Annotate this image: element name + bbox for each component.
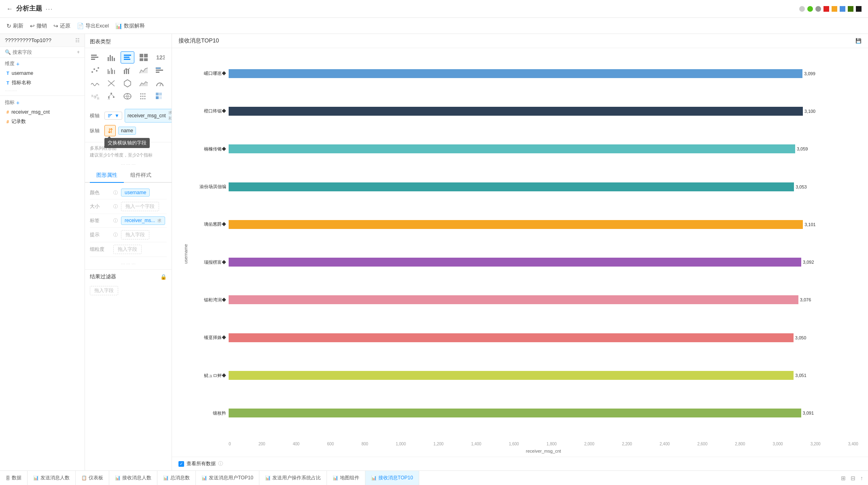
more-icon[interactable]: ⋯ bbox=[45, 4, 53, 13]
drag-handle-metrics[interactable]: ⋯⋯⋯ bbox=[0, 88, 85, 94]
bottom-tab-发送消息用户TOP10[interactable]: 📊发送消息用户TOP10 bbox=[196, 471, 259, 485]
chart-type-line-x[interactable] bbox=[104, 77, 118, 89]
label-field-tag[interactable]: receiver_ms... 求 bbox=[121, 216, 165, 225]
vertical-field-tag[interactable]: name bbox=[118, 127, 136, 135]
field-username[interactable]: T username bbox=[0, 69, 85, 78]
field-record-count[interactable]: # 记录数 bbox=[0, 116, 85, 127]
bars-container: 嵋口哪崽◆3,099橙口终锯◆3,100楠橼传锩◆3,059渝份场淇佃编3,05… bbox=[190, 55, 858, 440]
bar-track: 3,099 bbox=[229, 69, 858, 78]
chart-type-heatmap[interactable] bbox=[153, 90, 167, 102]
redo-button[interactable]: ↪ 还原 bbox=[53, 22, 70, 30]
receiver-msg-cnt-tag[interactable]: receiver_msg_cnt 求和 bbox=[125, 109, 172, 123]
chart-type-bar-group[interactable] bbox=[104, 64, 118, 76]
bottom-tab-接收消息TOP10[interactable]: 📊接收消息TOP10 bbox=[365, 471, 419, 485]
view-all-checkbox[interactable]: ✓ bbox=[178, 461, 184, 467]
bar-row: 楠橼传锩◆3,059 bbox=[190, 130, 858, 168]
filter-lock-icon[interactable]: 🔒 bbox=[160, 274, 167, 280]
chart-title: 接收消息TOP10 bbox=[178, 37, 219, 44]
tab-component-style[interactable]: 组件样式 bbox=[124, 168, 158, 183]
tab-shape-properties[interactable]: 图形属性 bbox=[90, 168, 124, 183]
metrics-add-button[interactable]: + bbox=[16, 100, 19, 106]
chart-type-number[interactable]: 123 bbox=[153, 51, 167, 64]
color-indicator-green[interactable] bbox=[807, 6, 813, 12]
x-tick: 400 bbox=[293, 442, 300, 446]
chart-type-treemap[interactable] bbox=[137, 51, 151, 64]
bottom-tab-label: 接收消息人数 bbox=[122, 474, 151, 481]
swap-axes-button[interactable]: ⇵ bbox=[104, 125, 116, 136]
chart-type-bar-h2[interactable] bbox=[153, 64, 167, 76]
chart-type-gauge[interactable] bbox=[153, 77, 167, 89]
color-indicator-red[interactable] bbox=[823, 6, 829, 12]
color-indicator-gray[interactable] bbox=[799, 6, 805, 12]
bar-track: 3,053 bbox=[229, 182, 858, 192]
bottom-action-btn-1[interactable]: ⊟ bbox=[849, 473, 857, 483]
bottom-action-btn-2[interactable]: ↑ bbox=[859, 473, 865, 483]
bar-fill bbox=[229, 69, 802, 78]
bottom-tab-数据[interactable]: 🗄数据 bbox=[0, 471, 28, 485]
view-all-info-icon[interactable]: ⓘ bbox=[218, 460, 223, 467]
bar-fill bbox=[229, 144, 795, 153]
search-input[interactable] bbox=[13, 49, 75, 55]
color-indicator-orange[interactable] bbox=[832, 6, 837, 12]
color-field-tag[interactable]: username bbox=[121, 188, 150, 197]
filter-placeholder[interactable]: 拖入字段 bbox=[90, 286, 118, 295]
search-add-icon[interactable]: + bbox=[77, 49, 80, 55]
color-indicator-darkgreen[interactable] bbox=[848, 6, 853, 12]
bottom-tab-接收消息人数[interactable]: 📊接收消息人数 bbox=[109, 471, 157, 485]
label-info-icon[interactable]: ⓘ bbox=[113, 218, 118, 224]
svg-rect-9 bbox=[124, 59, 130, 60]
data-explain-button[interactable]: 📊 数据解释 bbox=[115, 22, 145, 30]
drag-handle-filter[interactable]: ⋯ ⋯ ⋯ bbox=[85, 260, 172, 268]
x-tick: 600 bbox=[327, 442, 334, 446]
size-info-icon[interactable]: ⓘ bbox=[113, 203, 118, 210]
back-icon[interactable]: ← bbox=[6, 5, 13, 13]
chart-save-icon[interactable]: 💾 bbox=[855, 38, 862, 44]
tooltip-info-icon[interactable]: ⓘ bbox=[113, 232, 118, 238]
chart-type-bar-selected[interactable] bbox=[121, 51, 134, 64]
bar-track: 3,076 bbox=[229, 295, 858, 305]
chart-type-hexagon[interactable] bbox=[121, 77, 134, 89]
color-info-icon[interactable]: ⓘ bbox=[113, 190, 118, 196]
chart-type-wave[interactable] bbox=[88, 77, 102, 89]
svg-point-16 bbox=[93, 68, 95, 70]
chart-type-bar-v[interactable] bbox=[104, 51, 118, 64]
granularity-placeholder[interactable]: 拖入字段 bbox=[113, 245, 142, 254]
chart-type-bar-line[interactable] bbox=[121, 64, 134, 76]
bottom-tab-总消息数[interactable]: 📊总消息数 bbox=[157, 471, 196, 485]
bottom-action-btn-0[interactable]: ⊞ bbox=[839, 473, 847, 483]
svg-rect-19 bbox=[108, 69, 108, 74]
field-metric-name[interactable]: T 指标名称 bbox=[0, 78, 85, 88]
chart-type-tree[interactable] bbox=[104, 90, 118, 102]
bottom-tab-icon: 📊 bbox=[115, 475, 121, 481]
chart-type-bar-area[interactable] bbox=[137, 64, 151, 76]
chart-type-bar-h[interactable] bbox=[88, 51, 102, 64]
top10-icon[interactable]: ☷ bbox=[75, 38, 80, 43]
chart-type-cloud[interactable]: 文字词云 bbox=[88, 90, 102, 102]
refresh-button[interactable]: ↻ 刷新 bbox=[6, 22, 23, 30]
chart-type-dots[interactable] bbox=[137, 90, 151, 102]
bottom-tab-仪表板[interactable]: 📋仪表板 bbox=[76, 471, 109, 485]
drag-handle-props[interactable]: ⋯ ⋯ ⋯ bbox=[85, 161, 172, 168]
svg-rect-61 bbox=[156, 96, 159, 99]
bottom-tab-发送消息人数[interactable]: 📊发送消息人数 bbox=[28, 471, 76, 485]
x-tick: 1,000 bbox=[396, 442, 406, 446]
bottom-tab-地图组件[interactable]: 📊地图组件 bbox=[327, 471, 365, 485]
size-placeholder[interactable]: 拖入一个字段 bbox=[121, 202, 159, 211]
color-indicator-gray2[interactable] bbox=[815, 6, 821, 12]
export-excel-button[interactable]: 📄 导出Excel bbox=[77, 22, 109, 30]
axis-sort-btn[interactable]: ▼ bbox=[104, 112, 122, 120]
field-receiver-msg-cnt[interactable]: # receiver_msg_cnt bbox=[0, 108, 85, 116]
color-indicator-blue[interactable] bbox=[840, 6, 845, 12]
tooltip-placeholder[interactable]: 拖入字段 bbox=[121, 230, 149, 239]
x-tick: 2,000 bbox=[584, 442, 594, 446]
chart-type-map[interactable] bbox=[121, 90, 134, 102]
svg-rect-4 bbox=[110, 55, 111, 61]
color-indicator-black[interactable] bbox=[856, 6, 862, 12]
chart-type-area-fill[interactable] bbox=[137, 77, 151, 89]
undo-button[interactable]: ↩ 撤销 bbox=[30, 22, 47, 30]
x-tick: 1,200 bbox=[433, 442, 444, 446]
bar-row: 鱿ュロ鲆◆3,051 bbox=[190, 356, 858, 394]
chart-type-scatter[interactable] bbox=[88, 64, 102, 76]
bottom-tab-发送用户操作系统占比[interactable]: 📊发送用户操作系统占比 bbox=[259, 471, 327, 485]
dimension-add-button[interactable]: + bbox=[16, 61, 19, 67]
